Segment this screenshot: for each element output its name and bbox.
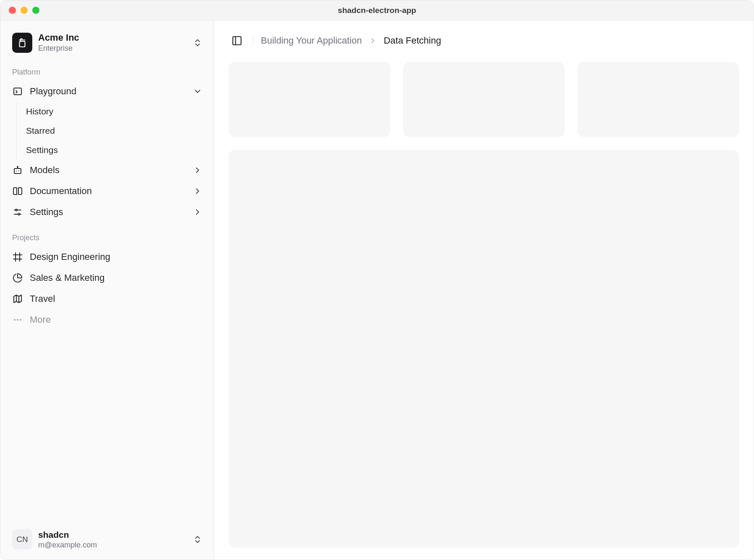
- team-switcher[interactable]: Acme Inc Enterprise: [6, 28, 208, 57]
- close-window-button[interactable]: [9, 7, 16, 14]
- settings-icon: [12, 207, 23, 218]
- team-name: Acme Inc: [38, 32, 187, 43]
- team-logo: [12, 33, 32, 53]
- project-item-label: Travel: [30, 293, 202, 304]
- svg-point-18: [20, 319, 21, 321]
- user-text: shadcn m@example.com: [38, 530, 187, 550]
- chevron-right-icon: [193, 207, 202, 217]
- nav-item-label: Models: [30, 165, 186, 176]
- sub-item-settings[interactable]: Settings: [18, 140, 208, 160]
- svg-point-16: [14, 319, 16, 321]
- chevron-right-icon: [193, 166, 202, 175]
- frame-icon: [12, 251, 23, 262]
- svg-rect-19: [233, 36, 241, 45]
- placeholder-card: [577, 62, 739, 137]
- chevrons-up-down-icon: [193, 535, 202, 544]
- separator: [253, 35, 253, 46]
- sidebar-toggle-button[interactable]: [229, 32, 245, 49]
- app-window: shadcn-electron-app Acme Inc Enterprise: [0, 0, 754, 560]
- bot-icon: [12, 165, 23, 176]
- section-label-platform: Platform: [6, 57, 208, 81]
- nav-item-label: Settings: [30, 207, 186, 218]
- team-text: Acme Inc Enterprise: [38, 32, 187, 53]
- breadcrumb-parent[interactable]: Building Your Application: [261, 35, 362, 46]
- project-item-label: Design Engineering: [30, 251, 202, 262]
- user-email: m@example.com: [38, 541, 187, 550]
- traffic-lights: [9, 7, 39, 14]
- svg-point-8: [18, 213, 20, 215]
- svg-point-17: [17, 319, 18, 321]
- svg-rect-2: [14, 88, 21, 95]
- project-item-label: Sales & Marketing: [30, 272, 202, 283]
- terminal-icon: [12, 86, 23, 97]
- pie-chart-icon: [12, 272, 23, 283]
- sidebar-spacer: [6, 330, 208, 525]
- map-icon: [12, 293, 23, 304]
- placeholder-card: [229, 62, 390, 137]
- nav-item-label: Playground: [30, 86, 186, 97]
- breadcrumb: Building Your Application Data Fetching: [261, 35, 441, 46]
- project-item-travel[interactable]: Travel: [6, 288, 208, 309]
- nav-item-settings[interactable]: Settings: [6, 202, 208, 223]
- nav-item-playground[interactable]: Playground: [6, 81, 208, 102]
- maximize-window-button[interactable]: [32, 7, 39, 14]
- placeholder-card-large: [229, 150, 739, 548]
- chevron-down-icon: [193, 87, 202, 96]
- minimize-window-button[interactable]: [21, 7, 28, 14]
- svg-point-4: [17, 166, 18, 167]
- project-item-design-engineering[interactable]: Design Engineering: [6, 246, 208, 267]
- chevrons-up-down-icon: [193, 38, 202, 47]
- more-label: More: [30, 314, 202, 325]
- sub-item-history[interactable]: History: [18, 102, 208, 121]
- project-item-sales-marketing[interactable]: Sales & Marketing: [6, 267, 208, 288]
- team-plan: Enterprise: [38, 44, 187, 53]
- placeholder-card: [403, 62, 565, 137]
- section-label-projects: Projects: [6, 223, 208, 246]
- sidebar: Acme Inc Enterprise Platform Playground …: [0, 21, 214, 560]
- svg-marker-13: [14, 295, 21, 303]
- cards-row: [229, 62, 739, 137]
- chevron-right-icon: [193, 187, 202, 196]
- svg-point-7: [16, 209, 17, 211]
- user-switcher[interactable]: CN shadcn m@example.com: [6, 525, 208, 554]
- titlebar[interactable]: shadcn-electron-app: [0, 0, 754, 21]
- book-icon: [12, 186, 23, 197]
- project-item-more[interactable]: More: [6, 309, 208, 330]
- nav-item-models[interactable]: Models: [6, 160, 208, 181]
- window-title: shadcn-electron-app: [0, 6, 754, 15]
- breadcrumb-current: Data Fetching: [384, 35, 441, 46]
- nav-item-label: Documentation: [30, 186, 186, 197]
- avatar: CN: [12, 529, 32, 550]
- panel-left-icon: [231, 35, 242, 46]
- sub-item-starred[interactable]: Starred: [18, 121, 208, 140]
- svg-rect-0: [20, 41, 25, 47]
- main-content: Building Your Application Data Fetching: [214, 21, 754, 560]
- command-icon: [17, 37, 28, 48]
- header-row: Building Your Application Data Fetching: [229, 32, 739, 49]
- playground-subitems: History Starred Settings: [16, 102, 208, 160]
- svg-rect-3: [14, 169, 21, 174]
- nav-item-documentation[interactable]: Documentation: [6, 181, 208, 202]
- chevron-right-icon: [369, 36, 377, 45]
- more-horizontal-icon: [12, 314, 23, 325]
- user-name: shadcn: [38, 530, 187, 540]
- app-body: Acme Inc Enterprise Platform Playground …: [0, 21, 754, 560]
